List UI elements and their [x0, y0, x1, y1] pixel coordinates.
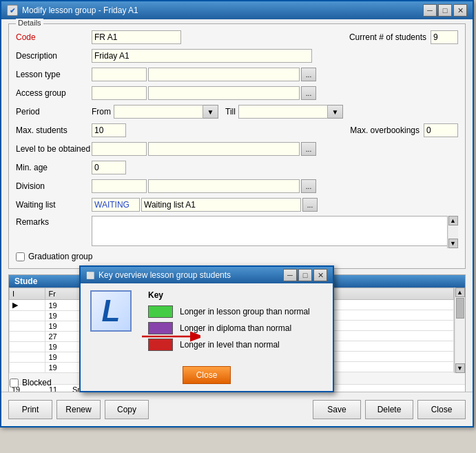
scroll-track [448, 225, 458, 239]
division-browse-button[interactable]: ... [301, 179, 316, 193]
code-input[interactable] [92, 30, 181, 44]
access-group-row: Access group ... [16, 85, 458, 101]
details-group-label: Details [16, 19, 43, 27]
bottom-bar: Print Renew Copy Save Delete Close [1, 392, 473, 426]
key-dialog: ⬜ Key overview lesson group students ─ □… [79, 265, 334, 392]
key-dialog-title-bar: ⬜ Key overview lesson group students ─ □… [81, 267, 333, 283]
app-icon: ✔ [7, 5, 18, 16]
from-combo: ▼ [114, 105, 218, 119]
remarks-row: Remarks ▲ ▼ [16, 216, 458, 248]
access-group-input[interactable] [92, 86, 147, 100]
close-window-button[interactable]: ✕ [453, 4, 467, 17]
till-label: Till [225, 107, 236, 117]
from-label: From [92, 107, 111, 117]
key-dialog-title-text: Key overview lesson group students [99, 270, 231, 280]
key-dialog-inner: L Key Longer in lesson group than normal [90, 290, 323, 355]
table-row: 19 [10, 342, 91, 352]
red-arrow-icon [138, 326, 200, 347]
division-desc-input[interactable] [148, 179, 300, 193]
max-students-input[interactable] [92, 123, 126, 137]
col-header-I: I [10, 288, 45, 300]
level-label: Level to be obtained [16, 144, 92, 154]
table-row: 27 [10, 332, 91, 342]
min-age-label: Min. age [16, 163, 92, 172]
blocked-row: Blocked [10, 378, 52, 387]
waiting-list-browse-button[interactable]: ... [302, 198, 318, 212]
lesson-type-desc-input[interactable] [148, 68, 300, 81]
description-label: Description [16, 51, 92, 61]
color-green [148, 305, 173, 318]
key-dialog-close-button[interactable]: Close [183, 366, 231, 384]
max-overbookings-label: Max. overbookings [350, 125, 420, 135]
key-title: Key [148, 290, 310, 300]
till-combo: ▼ [238, 105, 343, 119]
table-row: ▶19 [10, 300, 91, 311]
waiting-list-row: Waiting list ... [16, 197, 458, 212]
delete-button[interactable]: Delete [365, 400, 413, 419]
table-row: 19 [10, 311, 91, 321]
key-row-1: Longer in lesson group than normal [148, 305, 310, 318]
waiting-list-code-input[interactable] [92, 198, 140, 212]
details-group: Details Code Current # of students Descr… [8, 23, 466, 269]
description-input[interactable] [92, 49, 312, 63]
key-dialog-buttons: ─ □ ✕ [283, 269, 327, 281]
lesson-type-browse-button[interactable]: ... [301, 68, 316, 81]
save-button[interactable]: Save [313, 400, 361, 419]
right-scrollbar: ▲ ▼ [454, 288, 465, 373]
right-scroll-thumb [456, 298, 464, 319]
table-row: 19 [10, 352, 91, 363]
current-students-input[interactable] [431, 30, 458, 44]
title-bar-buttons: ─ □ ✕ [423, 4, 467, 17]
graduation-checkbox[interactable] [16, 252, 25, 261]
scroll-up-arrow[interactable]: ▲ [448, 216, 458, 225]
remarks-scrollbar: ▲ ▼ [447, 216, 458, 248]
blocked-label: Blocked [22, 378, 52, 387]
from-input[interactable] [114, 105, 203, 119]
level-desc-input[interactable] [148, 142, 300, 156]
lesson-type-label: Lesson type [16, 70, 92, 79]
waiting-list-desc-input[interactable] [141, 198, 301, 212]
table-row: 19 [10, 363, 91, 373]
right-scroll-up[interactable]: ▲ [455, 288, 465, 297]
lesson-type-input[interactable] [92, 68, 147, 81]
access-group-desc-input[interactable] [148, 86, 300, 100]
graduation-label: Graduation group [28, 252, 92, 261]
l-icon-container: L [90, 290, 138, 332]
min-age-row: Min. age [16, 160, 458, 175]
copy-button[interactable]: Copy [105, 400, 149, 419]
lesson-type-row: Lesson type ... [16, 67, 458, 82]
key-dialog-close[interactable]: ✕ [313, 269, 327, 281]
level-row: Level to be obtained ... [16, 141, 458, 157]
access-group-browse-button[interactable]: ... [301, 86, 316, 100]
right-scroll-track [455, 297, 465, 363]
maximize-button[interactable]: □ [438, 4, 452, 17]
graduation-row: Graduation group [16, 252, 458, 261]
till-input[interactable] [238, 105, 328, 119]
period-row: Period From ▼ Till ▼ [16, 104, 458, 119]
key-label-1: Longer in lesson group than normal [180, 307, 310, 316]
division-input[interactable] [92, 179, 147, 193]
print-button[interactable]: Print [8, 400, 52, 419]
level-browse-button[interactable]: ... [301, 142, 316, 156]
remarks-textarea[interactable] [92, 216, 458, 246]
title-bar: ✔ Modify lesson group - Friday A1 ─ □ ✕ [1, 1, 473, 19]
key-dialog-maximize[interactable]: □ [298, 269, 312, 281]
max-students-label: Max. students [16, 125, 92, 135]
close-main-button[interactable]: Close [417, 400, 466, 419]
max-overbookings-input[interactable] [424, 123, 458, 137]
current-students-label: Current # of students [349, 32, 426, 42]
students-title: Stude [14, 276, 37, 286]
scroll-down-arrow[interactable]: ▼ [448, 239, 458, 248]
min-age-input[interactable] [92, 161, 126, 174]
right-scroll-down[interactable]: ▼ [455, 363, 465, 373]
from-combo-arrow[interactable]: ▼ [203, 105, 218, 119]
key-dialog-minimize[interactable]: ─ [283, 269, 297, 281]
renew-button[interactable]: Renew [56, 400, 101, 419]
key-dialog-icon: ⬜ [86, 272, 94, 279]
minimize-button[interactable]: ─ [423, 4, 437, 17]
till-combo-arrow[interactable]: ▼ [328, 105, 343, 119]
division-row: Division ... [16, 179, 458, 194]
key-dialog-content: L Key Longer in lesson group than normal [81, 283, 333, 362]
level-input[interactable] [92, 142, 147, 156]
blocked-checkbox[interactable] [10, 379, 19, 387]
